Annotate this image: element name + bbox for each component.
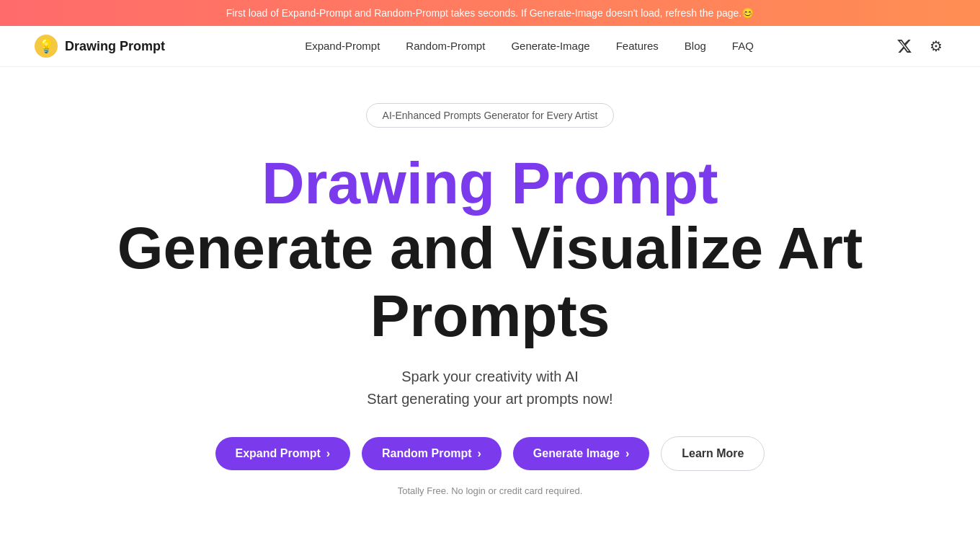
nav-expand-prompt[interactable]: Expand-Prompt [305, 40, 380, 52]
nav-blog[interactable]: Blog [685, 40, 706, 52]
cta-buttons: Expand Prompt › Random Prompt › Generate… [215, 436, 765, 471]
brand-logo[interactable]: 💡 Drawing Prompt [35, 35, 165, 58]
expand-prompt-arrow-icon: › [326, 447, 330, 460]
brand-icon: 💡 [35, 35, 58, 58]
hero-title: Drawing Prompt Generate and Visualize Ar… [117, 154, 863, 369]
nav-features[interactable]: Features [616, 40, 659, 52]
hero-title-line3: Prompts [117, 283, 863, 348]
hero-subtitle2: Start generating your art prompts now! [367, 391, 612, 407]
navbar: 💡 Drawing Prompt Expand-Prompt Random-Pr… [0, 26, 980, 67]
random-prompt-arrow-icon: › [478, 447, 481, 460]
gear-icon: ⚙ [930, 38, 943, 55]
free-disclaimer: Totally Free. No login or credit card re… [398, 485, 583, 496]
generate-image-arrow-icon: › [625, 447, 629, 460]
x-icon [896, 38, 912, 54]
hero-title-line2: Generate and Visualize Art [117, 216, 863, 281]
nav-faq[interactable]: FAQ [732, 40, 754, 52]
hero-subtitle1: Spark your creativity with AI [401, 369, 579, 385]
top-banner: First load of Expand-Prompt and Random-P… [0, 0, 980, 26]
hero-badge: AI-Enhanced Prompts Generator for Every … [366, 103, 615, 128]
main-nav: Expand-Prompt Random-Prompt Generate-Ima… [305, 40, 754, 53]
hero-section: AI-Enhanced Prompts Generator for Every … [0, 67, 980, 525]
learn-more-button[interactable]: Learn More [661, 436, 765, 471]
generate-image-button[interactable]: Generate Image › [513, 437, 649, 470]
x-twitter-button[interactable] [894, 35, 915, 57]
hero-title-line1: Drawing Prompt [117, 154, 863, 213]
nav-generate-image[interactable]: Generate-Image [511, 40, 589, 52]
banner-text: First load of Expand-Prompt and Random-P… [226, 7, 754, 19]
settings-button[interactable]: ⚙ [927, 35, 945, 58]
nav-random-prompt[interactable]: Random-Prompt [406, 40, 485, 52]
brand-name: Drawing Prompt [65, 39, 165, 54]
expand-prompt-button[interactable]: Expand Prompt › [215, 437, 351, 470]
random-prompt-button[interactable]: Random Prompt › [362, 437, 502, 470]
navbar-icons: ⚙ [894, 35, 945, 58]
